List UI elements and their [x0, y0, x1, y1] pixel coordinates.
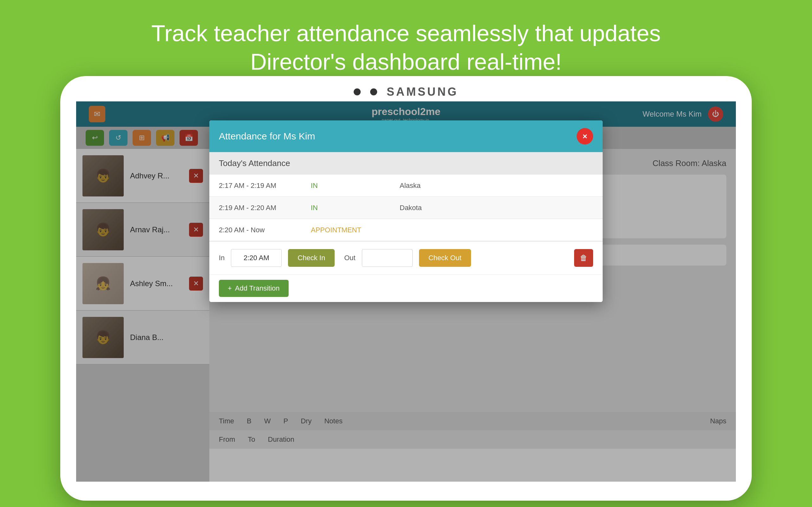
attendance-row-2: 2:19 AM - 2:20 AM IN Dakota — [209, 197, 603, 219]
att-status-3: APPOINTMENT — [305, 221, 393, 239]
att-status-2: IN — [305, 199, 393, 217]
samsung-logo: SAMSUNG — [387, 85, 458, 99]
page-header: Track teacher attendance seamlessly that… — [0, 0, 812, 89]
plus-icon: + — [228, 284, 232, 292]
attendance-row-3: 2:20 AM - Now APPOINTMENT — [209, 219, 603, 241]
attendance-row-1: 2:17 AM - 2:19 AM IN Alaska — [209, 175, 603, 197]
attendance-modal: Attendance for Ms Kim × Today's Attendan… — [209, 120, 603, 302]
att-location-1: Alaska — [393, 176, 603, 195]
att-time-2: 2:19 AM - 2:20 AM — [209, 199, 305, 217]
att-location-3 — [393, 225, 603, 235]
checkout-time-input[interactable] — [362, 249, 413, 267]
add-transition-row: + Add Transition — [209, 274, 603, 302]
att-location-2: Dakota — [393, 199, 603, 217]
att-time-3: 2:20 AM - Now — [209, 221, 305, 239]
modal-title: Attendance for Ms Kim — [219, 131, 315, 142]
header-line2: Director's dashboard real-time! — [250, 49, 562, 74]
add-transition-label: Add Transition — [235, 284, 280, 292]
today-attendance-title: Today's Attendance — [219, 158, 290, 168]
checkout-button[interactable]: Check Out — [419, 249, 471, 267]
att-time-1: 2:17 AM - 2:19 AM — [209, 176, 305, 195]
out-label: Out — [344, 254, 355, 262]
add-transition-button[interactable]: + Add Transition — [219, 280, 289, 297]
delete-button[interactable]: 🗑 — [574, 249, 593, 267]
tablet-screen: ✉ preschool2me paper out. technology in.… — [76, 101, 736, 482]
modal-close-button[interactable]: × — [577, 128, 593, 145]
att-status-1: IN — [305, 176, 393, 195]
attendance-table: 2:17 AM - 2:19 AM IN Alaska 2:19 AM - 2:… — [209, 175, 603, 241]
tablet-device: SAMSUNG ✉ preschool2me paper out. techno… — [60, 76, 752, 501]
header-line1: Track teacher attendance seamlessly that… — [151, 20, 661, 46]
attendance-section-header: Today's Attendance — [209, 152, 603, 175]
in-label: In — [219, 254, 224, 262]
modal-overlay: Attendance for Ms Kim × Today's Attendan… — [76, 101, 736, 482]
modal-header: Attendance for Ms Kim × — [209, 120, 603, 152]
tablet-dot-1 — [354, 89, 361, 95]
tablet-dot-2 — [370, 89, 377, 95]
checkin-time-input[interactable]: 2:20 AM — [231, 249, 282, 267]
tablet-top-bar: SAMSUNG — [60, 76, 752, 101]
checkin-row: In 2:20 AM Check In Out Check Out 🗑 — [209, 241, 603, 274]
checkin-button[interactable]: Check In — [288, 249, 335, 267]
